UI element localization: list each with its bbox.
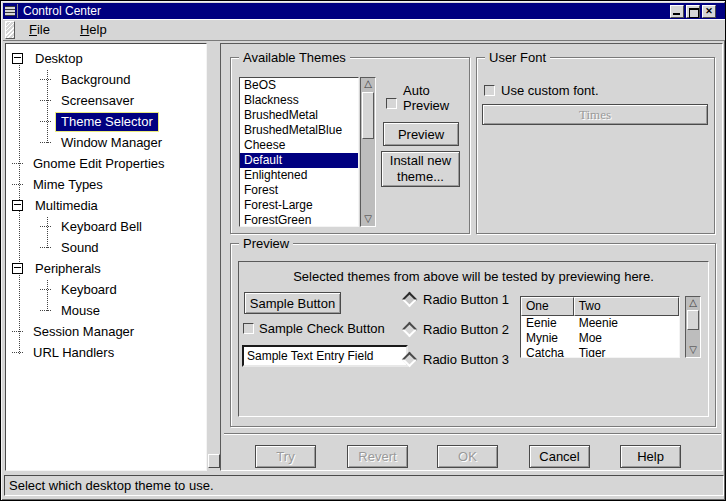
auto-preview-checkbox[interactable] [386,98,397,109]
theme-item-brushedmetalblue[interactable]: BrushedMetalBlue [240,123,358,138]
sidebar-item-label: URL Handlers [28,344,119,362]
cancel-button[interactable]: Cancel [529,445,590,468]
capplet-tree: DesktopBackgroundScreensaverTheme Select… [5,43,207,471]
sidebar-item-label: Keyboard [56,281,122,299]
user-font-frame: User Font Use custom font. Times [476,57,715,234]
window-menu-icon[interactable] [3,4,18,18]
window-title: Control Center [23,4,670,18]
table-header-row: OneTwo [521,297,679,316]
tree-connector-stub [40,289,51,291]
sample-table-scrollbar[interactable]: △ ▽ [685,296,701,358]
menu-file[interactable]: File [21,20,58,39]
table-row[interactable]: EenieMeenie [521,316,679,331]
scrollbar-thumb[interactable] [687,310,699,330]
menubar-drag-handle-icon[interactable] [5,21,15,39]
theme-item-blackness[interactable]: Blackness [240,93,358,108]
use-custom-font-checkbox[interactable] [484,85,495,96]
font-picker-button: Times [482,104,708,125]
sidebar-item-mouse[interactable]: Mouse [6,300,206,321]
tree-connector-stub [12,331,23,333]
sidebar-item-background[interactable]: Background [6,69,206,90]
tree-expander-minus-icon[interactable] [12,263,23,274]
scroll-up-icon[interactable]: △ [686,297,700,310]
sidebar-item-url-handlers[interactable]: URL Handlers [6,342,206,363]
tree-connector-stub [40,121,51,123]
sidebar-item-window-manager[interactable]: Window Manager [6,132,206,153]
sidebar-item-session-manager[interactable]: Session Manager [6,321,206,342]
scroll-down-icon[interactable]: ▽ [686,344,700,357]
sidebar-item-label: Desktop [30,50,88,68]
radio-icon [402,291,418,307]
sidebar-item-gnome-edit-properties[interactable]: Gnome Edit Properties [6,153,206,174]
sample-check-row[interactable]: Sample Check Button [243,321,385,336]
sidebar-item-keyboard-bell[interactable]: Keyboard Bell [6,216,206,237]
table-header-cell[interactable]: One [521,297,574,316]
tree-connector-stub [40,310,51,312]
sample-check-label: Sample Check Button [259,321,385,336]
sidebar-item-label: Mouse [56,302,105,320]
table-row[interactable]: MynieMoe [521,331,679,346]
pane-divider[interactable] [208,43,220,471]
install-new-theme-button[interactable]: Install new theme... [381,151,460,187]
maximize-button[interactable] [686,5,700,18]
sample-text-entry[interactable] [242,345,408,367]
preview-button[interactable]: Preview [383,122,459,146]
use-custom-font-label: Use custom font. [501,83,599,98]
preview-frame-title: Preview [239,236,293,251]
theme-item-forestgreen[interactable]: ForestGreen [240,213,358,227]
sidebar-item-label: Multimedia [30,197,103,215]
theme-item-beos[interactable]: BeOS [240,78,358,93]
radio-icon [402,321,418,337]
sidebar-item-mime-types[interactable]: Mime Types [6,174,206,195]
sidebar-item-label: Keyboard Bell [56,218,147,236]
sidebar-item-peripherals[interactable]: Peripherals [6,258,206,279]
pane-resize-handle[interactable] [208,454,220,468]
control-center-window: Control Center ✕ File Help DesktopBackgr… [0,0,726,501]
sidebar-item-keyboard[interactable]: Keyboard [6,279,206,300]
sidebar-item-sound[interactable]: Sound [6,237,206,258]
scrollbar-thumb[interactable] [362,92,374,139]
theme-item-forest-large[interactable]: Forest-Large [240,198,358,213]
theme-item-forest[interactable]: Forest [240,183,358,198]
radio-button-2[interactable]: Radio Button 2 [402,321,509,337]
table-header-cell[interactable]: Two [574,297,679,316]
tree-connector-stub [12,352,23,354]
tree-expander-minus-icon[interactable] [12,53,23,64]
scroll-up-icon[interactable]: △ [361,78,375,91]
radio-button-3[interactable]: Radio Button 3 [402,351,509,367]
radio-label: Radio Button 1 [423,292,509,307]
sample-button[interactable]: Sample Button [244,292,341,314]
close-button[interactable]: ✕ [702,5,716,18]
help-button[interactable]: Help [620,445,681,468]
table-row[interactable]: CatchaTiger [521,346,679,358]
theme-item-brushedmetal[interactable]: BrushedMetal [240,108,358,123]
tree-expander-minus-icon[interactable] [12,200,23,211]
sidebar-item-multimedia[interactable]: Multimedia [6,195,206,216]
theme-list: BeOSBlacknessBrushedMetalBrushedMetalBlu… [239,77,359,227]
tree-connector-stub [40,100,51,102]
sidebar-item-theme-selector[interactable]: Theme Selector [6,111,206,132]
menubar: File Help [3,19,725,41]
sample-checkbox[interactable] [243,323,254,334]
sidebar-item-label: Mime Types [28,176,108,194]
theme-item-cheese[interactable]: Cheese [240,138,358,153]
theme-list-scrollbar[interactable]: △ ▽ [360,77,376,227]
theme-item-enlightened[interactable]: Enlightened [240,168,358,183]
tree-connector-stub [40,247,51,249]
table-cell: Eenie [521,316,574,331]
table-cell: Meenie [574,316,679,331]
sidebar-item-label: Session Manager [28,323,139,341]
radio-button-1[interactable]: Radio Button 1 [402,291,509,307]
preview-banner-text: Selected themes from above will be teste… [239,269,708,284]
sidebar-item-screensaver[interactable]: Screensaver [6,90,206,111]
sample-table: OneTwoEenieMeenieMynieMoeCatchaTiger [520,296,680,358]
tree-connector-stub [40,142,51,144]
try-button: Try [255,445,316,468]
sidebar-item-desktop[interactable]: Desktop [6,48,206,69]
radio-icon [402,351,418,367]
window-controls: ✕ [670,5,716,18]
minimize-button[interactable] [670,5,684,18]
menu-help[interactable]: Help [72,20,115,39]
theme-item-default[interactable]: Default [240,153,358,168]
scroll-down-icon[interactable]: ▽ [361,213,375,226]
